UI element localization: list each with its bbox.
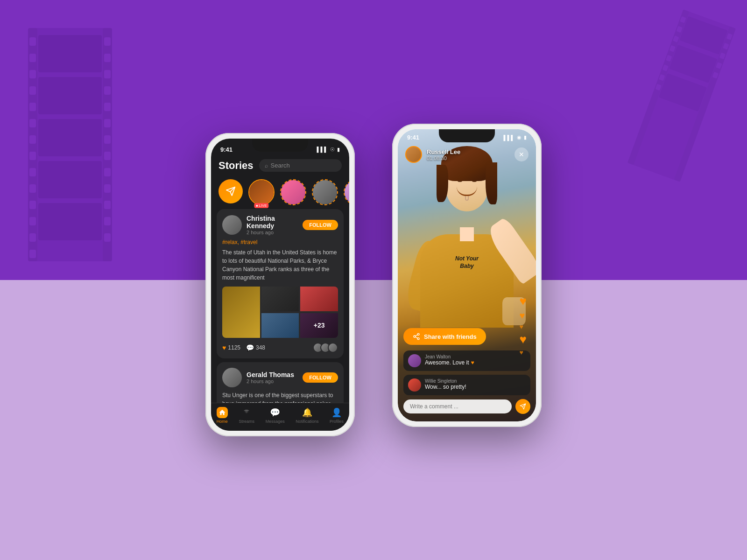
- phone2-notch: [439, 129, 495, 142]
- profiles-icon: 👤: [331, 407, 342, 418]
- svg-rect-7: [29, 103, 36, 111]
- svg-rect-9: [29, 135, 36, 144]
- floating-hearts: ♥ ♥ ♥ ♥ ♥: [520, 294, 527, 356]
- svg-rect-20: [104, 86, 111, 95]
- svg-rect-3: [29, 37, 36, 46]
- comment2-info: Willie Singleton Wow... so pretty!: [425, 378, 526, 390]
- post1-follow-button[interactable]: FOLLOW: [303, 220, 338, 230]
- messages-icon: 💬: [269, 407, 281, 418]
- story-4-border: [344, 179, 349, 205]
- comment-2: Willie Singleton Wow... so pretty!: [403, 375, 530, 395]
- story-2-avatar: [281, 180, 305, 204]
- comments-stat[interactable]: 💬 348: [246, 344, 265, 351]
- svg-rect-10: [29, 152, 36, 160]
- story-live[interactable]: LIVE: [248, 179, 275, 205]
- phone2-signal-icon: ▌▌▌: [504, 135, 514, 140]
- svg-rect-17: [104, 37, 111, 46]
- signal-icon: ▌▌▌: [317, 147, 328, 152]
- story-3[interactable]: [312, 179, 338, 205]
- svg-rect-25: [104, 168, 111, 176]
- photo-small-4[interactable]: +23: [300, 313, 338, 338]
- post2-name: Gerald Thomas: [247, 371, 298, 378]
- phone2-screen: Not Your Baby Russell Lee 01:08:30 ✕ 9:4…: [398, 129, 536, 421]
- comment1-info: Jean Walton Awesome. Love it ♥: [425, 354, 526, 366]
- comment-input[interactable]: [403, 399, 512, 413]
- send-icon[interactable]: [218, 179, 243, 203]
- post2-avatar[interactable]: [222, 368, 242, 387]
- nav-messages-label: Messages: [266, 419, 285, 424]
- nav-messages[interactable]: 💬 Messages: [266, 407, 285, 424]
- svg-rect-18: [104, 54, 111, 62]
- send-comment-button[interactable]: [515, 399, 530, 414]
- phone1-content: 9:41 ▌▌▌ ☉ ▮ Stories ⌕ Search: [211, 139, 349, 431]
- photo-small-1[interactable]: [261, 287, 299, 311]
- comments-count: 348: [256, 344, 265, 351]
- comment2-avatar: [408, 378, 421, 392]
- photo-small-2[interactable]: [300, 287, 338, 311]
- stories-header: Stories ⌕ Search: [211, 155, 349, 175]
- svg-rect-12: [29, 184, 36, 193]
- svg-rect-8: [29, 119, 36, 127]
- post2-time: 2 hours ago: [247, 378, 298, 384]
- svg-rect-24: [104, 152, 111, 160]
- heart-float-3: ♥: [520, 323, 527, 330]
- nav-home[interactable]: Home: [217, 407, 228, 424]
- filmstrip-decoration-left: [28, 28, 112, 261]
- svg-rect-6: [29, 86, 36, 95]
- share-with-friends-button[interactable]: Share with friends: [403, 328, 486, 345]
- svg-rect-14: [29, 217, 36, 225]
- svg-rect-11: [29, 168, 36, 176]
- post2-follow-button[interactable]: FOLLOW: [303, 372, 338, 383]
- photo-small-3[interactable]: [261, 313, 299, 338]
- phone2-wifi-icon: ◉: [517, 134, 521, 140]
- post1-info: Christina Kennedy 2 hours ago: [247, 215, 298, 235]
- heart-float-1: ♥: [520, 294, 527, 308]
- svg-rect-2: [103, 28, 112, 261]
- streams-icon: [241, 407, 252, 418]
- avatar-stack: [316, 343, 338, 353]
- photo-main[interactable]: [222, 287, 260, 338]
- streamer-avatar[interactable]: [405, 146, 422, 163]
- post1-text: The state of Utah in the United States i…: [222, 248, 338, 282]
- search-bar[interactable]: ⌕ Search: [259, 159, 342, 172]
- post1-avatar[interactable]: [222, 215, 242, 235]
- svg-rect-27: [104, 201, 111, 209]
- heart-float-5: ♥: [520, 349, 527, 356]
- story-2[interactable]: [280, 179, 306, 205]
- nav-notifications[interactable]: 🔔 Notifications: [296, 407, 318, 424]
- post1-stats: ♥ 1125 💬 348: [222, 343, 338, 353]
- search-placeholder: Search: [271, 162, 290, 169]
- live-badge: LIVE: [254, 203, 268, 208]
- svg-rect-29: [104, 233, 111, 242]
- battery-icon: ▮: [337, 147, 340, 153]
- close-button[interactable]: ✕: [514, 147, 529, 161]
- likes-stat[interactable]: ♥ 1125: [222, 344, 240, 351]
- post1-name: Christina Kennedy: [247, 215, 298, 230]
- phone1: 9:41 ▌▌▌ ☉ ▮ Stories ⌕ Search: [205, 133, 355, 436]
- story-send[interactable]: [218, 179, 243, 205]
- nav-streams[interactable]: Streams: [239, 407, 255, 424]
- story-4[interactable]: [344, 179, 349, 205]
- nav-profiles[interactable]: 👤 Profiles: [330, 407, 344, 424]
- nav-profiles-label: Profiles: [330, 419, 344, 424]
- phone1-status-icons: ▌▌▌ ☉ ▮: [317, 147, 340, 153]
- story-2-border: [280, 179, 306, 205]
- svg-rect-26: [104, 184, 111, 193]
- stories-title: Stories: [218, 160, 254, 172]
- svg-rect-34: [38, 203, 102, 240]
- phone2-time: 9:41: [407, 134, 419, 141]
- post1-photo-grid: +23: [222, 287, 338, 338]
- story-live-border: [248, 179, 275, 205]
- heart-icon: ♥: [222, 344, 226, 351]
- story-row: LIVE: [211, 175, 349, 209]
- phone2: Not Your Baby Russell Lee 01:08:30 ✕ 9:4…: [392, 124, 542, 427]
- svg-rect-15: [29, 233, 36, 242]
- svg-rect-22: [104, 119, 111, 127]
- svg-rect-33: [38, 161, 102, 198]
- bottom-nav: Home Streams 💬 Messages 🔔 Notif: [211, 403, 349, 431]
- share-button-label: Share with friends: [424, 333, 477, 340]
- comment-input-row: [403, 399, 530, 414]
- avatar-stack-3: [328, 343, 338, 353]
- svg-rect-5: [29, 70, 36, 78]
- phones-container: 9:41 ▌▌▌ ☉ ▮ Stories ⌕ Search: [205, 124, 542, 436]
